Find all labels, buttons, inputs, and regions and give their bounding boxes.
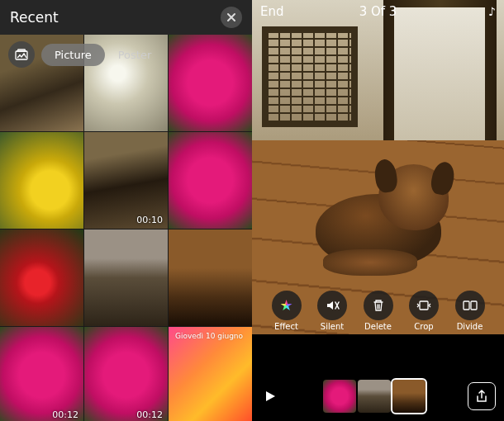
filter-picture[interactable]: Picture	[41, 44, 105, 66]
music-button[interactable]: ♪	[488, 5, 496, 18]
mute-icon	[325, 298, 340, 313]
delete-label: Delete	[364, 322, 392, 331]
timeline	[252, 371, 504, 421]
thumbnail-grid: 00:1000:1200:12Giovedì 10 giugno00:42	[0, 35, 252, 421]
delete-button[interactable]: Delete	[364, 291, 393, 331]
thumbnail[interactable]: 00:12	[84, 327, 168, 421]
thumbnail[interactable]	[169, 229, 252, 326]
close-icon	[226, 12, 236, 22]
timeline-clip[interactable]	[358, 380, 391, 413]
action-row: ★ Effect Silent Delete Crop Divide	[252, 287, 504, 333]
play-icon	[264, 390, 277, 403]
preview-header: End 3 Of 3 ♪	[252, 0, 504, 23]
clip-counter: 3 Of 3	[359, 4, 397, 19]
timeline-clip[interactable]	[392, 380, 426, 413]
divide-icon	[463, 300, 478, 311]
trash-icon	[372, 299, 385, 312]
share-button[interactable]	[468, 382, 496, 410]
filter-pills: Picture Poster	[41, 44, 164, 66]
thumbnail[interactable]	[84, 229, 168, 326]
thumbnail-duration: 00:10	[136, 215, 163, 225]
effect-label: Effect	[274, 322, 298, 331]
thumbnail[interactable]: 00:10	[84, 132, 168, 229]
crop-icon	[416, 300, 432, 311]
gallery-source-button[interactable]	[8, 41, 35, 68]
crop-button[interactable]: Crop	[409, 291, 439, 331]
thumbnail[interactable]	[0, 229, 83, 326]
star-icon: ★	[279, 296, 292, 314]
silent-button[interactable]: Silent	[317, 291, 347, 331]
crop-label: Crop	[414, 322, 433, 331]
divide-label: Divide	[457, 322, 483, 331]
end-label[interactable]: End	[260, 4, 284, 19]
svg-rect-3	[464, 301, 469, 310]
filter-poster[interactable]: Poster	[105, 44, 165, 66]
gallery-icon	[15, 49, 28, 60]
thumbnail[interactable]	[169, 132, 252, 229]
thumbnail[interactable]	[0, 132, 83, 229]
filter-row: Picture Poster	[8, 41, 164, 68]
svg-rect-2	[420, 301, 428, 310]
picker-title: Recent	[10, 9, 221, 26]
thumbnail[interactable]: 00:12	[0, 327, 83, 421]
play-button[interactable]	[260, 386, 280, 406]
clip-strip	[288, 380, 459, 413]
close-button[interactable]	[221, 7, 242, 28]
svg-rect-4	[471, 301, 477, 310]
thumbnail[interactable]	[169, 35, 252, 131]
media-picker-panel: Recent 00:1000:1200:12Giovedì 10 giugno0…	[0, 0, 252, 421]
preview-image[interactable]	[252, 0, 504, 334]
effect-button[interactable]: ★ Effect	[272, 291, 302, 331]
divide-button[interactable]: Divide	[455, 291, 485, 331]
silent-label: Silent	[321, 322, 344, 331]
preview-area: End 3 Of 3 ♪	[252, 0, 504, 334]
thumbnail-duration: 00:12	[136, 409, 163, 420]
picker-header: Recent	[0, 0, 252, 35]
editor-panel: End 3 Of 3 ♪ ★ Effect Silent Delete Crop	[252, 0, 504, 421]
timeline-clip[interactable]	[323, 380, 356, 413]
share-icon	[476, 390, 487, 403]
thumbnail[interactable]: Giovedì 10 giugno	[169, 327, 252, 421]
thumbnail-caption: Giovedì 10 giugno	[175, 332, 243, 340]
thumbnail-duration: 00:12	[52, 409, 78, 420]
